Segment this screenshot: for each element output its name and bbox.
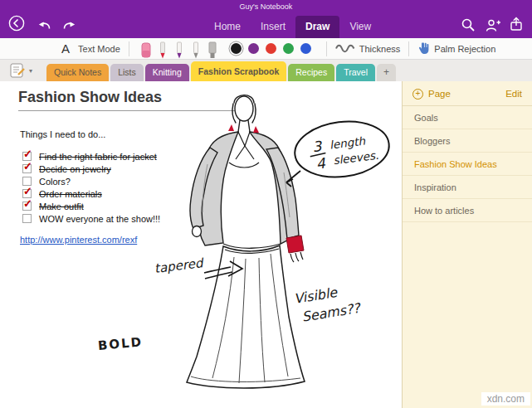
todo-label: Decide on jewelry — [39, 164, 111, 174]
edit-button[interactable]: Edit — [505, 81, 522, 106]
waist-lines — [223, 244, 281, 253]
page-title[interactable]: Fashion Show Ideas — [18, 89, 162, 106]
tab-view[interactable]: View — [339, 16, 381, 38]
note-canvas[interactable]: Fashion Show Ideas Things I need to do..… — [0, 81, 402, 408]
tab-insert[interactable]: Insert — [251, 16, 295, 38]
divider — [326, 41, 327, 56]
swatch-blue[interactable] — [300, 43, 311, 54]
todo-item[interactable]: ✓ WOW everyone at the show!!! — [22, 213, 160, 224]
right-earring — [253, 126, 259, 133]
eraser-icon — [139, 40, 153, 60]
divider — [408, 41, 409, 56]
back-button[interactable] — [7, 14, 26, 32]
section-tab-fashion-scrapbook[interactable]: Fashion Scrapbook — [191, 61, 286, 81]
ribbon-tabs: Home Insert Draw View — [204, 16, 381, 38]
text-mode-button[interactable]: A Text Mode — [61, 41, 120, 56]
swatch-green[interactable] — [283, 43, 294, 54]
sidebar-page-inspiration[interactable]: Inspiration — [403, 176, 532, 199]
bold-annotation: BOLD — [97, 334, 144, 353]
marker-tool[interactable] — [206, 38, 219, 60]
bubble-text: 3 4 length sleeves. — [308, 131, 379, 173]
divider — [129, 41, 129, 56]
red-cuff — [286, 236, 304, 253]
purple-pen-tool[interactable] — [173, 38, 186, 60]
tapered-arrow — [204, 261, 242, 279]
section-tab-recipes[interactable]: Recipes — [288, 64, 334, 81]
todo-checkbox[interactable]: ✓ — [22, 202, 32, 211]
todo-item[interactable]: ✓ Make outfit — [22, 201, 84, 211]
share-with-people-button[interactable] — [484, 16, 502, 34]
todo-checkbox[interactable]: ✓ — [22, 214, 32, 223]
color-swatches — [231, 43, 311, 54]
palm-rejection-button[interactable]: Palm Rejection — [417, 41, 495, 56]
todo-checkbox[interactable]: ✓ — [22, 164, 32, 173]
section-tab-travel[interactable]: Travel — [336, 64, 375, 81]
todo-label: Make outfit — [39, 202, 84, 211]
search-icon — [461, 17, 476, 32]
red-pen-tool[interactable] — [156, 38, 169, 60]
jacket — [190, 132, 299, 245]
search-button[interactable] — [459, 16, 477, 34]
section-tab-knitting[interactable]: Knitting — [145, 64, 189, 81]
palm-rejection-label: Palm Rejection — [434, 44, 495, 54]
swatch-purple[interactable] — [248, 43, 259, 54]
notebook-icon — [8, 62, 27, 79]
undo-button[interactable] — [35, 16, 53, 34]
left-hand — [193, 226, 202, 237]
gray-pen-tool[interactable] — [189, 38, 203, 60]
dress-skirt — [187, 245, 305, 388]
eraser-tool[interactable] — [139, 38, 153, 60]
todo-label: Colors? — [39, 177, 71, 187]
tapered-text: tapered — [154, 255, 206, 276]
left-earring — [228, 124, 234, 131]
chevron-down-icon: ▾ — [29, 67, 32, 75]
bubble-pointer — [286, 171, 300, 187]
sidebar-page-bloggers[interactable]: Bloggers — [403, 129, 532, 153]
seams-text: Seams?? — [300, 300, 362, 325]
thickness-button[interactable]: Thickness — [335, 43, 401, 54]
add-page-button[interactable]: + Page — [412, 81, 451, 106]
sidebar-header: + Page Edit — [403, 81, 532, 106]
bubble-word-sleeves: sleeves. — [333, 148, 380, 168]
section-tab-lists[interactable]: Lists — [110, 64, 144, 81]
pinterest-link[interactable]: http://www.pinterest.com/rexf — [20, 235, 137, 245]
swatch-red[interactable] — [266, 43, 276, 54]
notebook-switcher[interactable]: ▾ — [8, 62, 32, 79]
share-button[interactable] — [507, 15, 525, 33]
check-icon: ✓ — [23, 197, 32, 210]
tab-home[interactable]: Home — [204, 16, 251, 38]
text-mode-icon: A — [61, 41, 70, 56]
bubble-word-length: length — [329, 134, 366, 152]
annotation-bubble — [291, 116, 392, 182]
notebook-title: Guy's Notebook — [0, 2, 532, 11]
tab-draw[interactable]: Draw — [295, 16, 339, 38]
back-icon — [8, 15, 25, 32]
todo-item[interactable]: ✓ Decide on jewelry — [22, 163, 111, 174]
todo-item[interactable]: ✓ Find the right fabric for jacket — [22, 151, 157, 162]
section-tab-quick-notes[interactable]: Quick Notes — [46, 64, 109, 81]
add-page-label: Page — [428, 89, 451, 99]
thickness-icon — [335, 43, 355, 54]
undo-icon — [37, 17, 52, 32]
marker-icon — [206, 40, 219, 60]
add-section-button[interactable]: + — [377, 64, 396, 81]
intro-text: Things I need to do... — [20, 129, 105, 139]
todo-item[interactable]: ✓ Order materials — [22, 188, 102, 199]
check-icon: ✓ — [23, 160, 32, 172]
visible-seams-annotation: Visible Seams?? — [293, 281, 363, 326]
tapered-annotation: tapered — [154, 255, 206, 276]
titlebar: Guy's Notebook Home Insert Draw View — [0, 0, 532, 38]
add-person-icon — [486, 18, 501, 32]
sidebar-page-goals[interactable]: Goals — [403, 106, 532, 129]
text-mode-label: Text Mode — [78, 44, 120, 54]
bubble-fraction-denominator: 4 — [315, 155, 327, 172]
page-sidebar: + Page Edit Goals Bloggers Fashion Show … — [402, 81, 532, 408]
swatch-black[interactable] — [231, 43, 242, 54]
lapels — [229, 132, 259, 168]
redo-button[interactable] — [60, 16, 78, 34]
head — [232, 95, 256, 132]
sidebar-page-fashion-show-ideas[interactable]: Fashion Show Ideas — [403, 153, 532, 176]
jacket-shading — [203, 164, 290, 217]
section-bar: ▾ Quick Notes Lists Knitting Fashion Scr… — [0, 60, 532, 81]
sidebar-page-how-to-articles[interactable]: How to articles — [403, 199, 532, 222]
